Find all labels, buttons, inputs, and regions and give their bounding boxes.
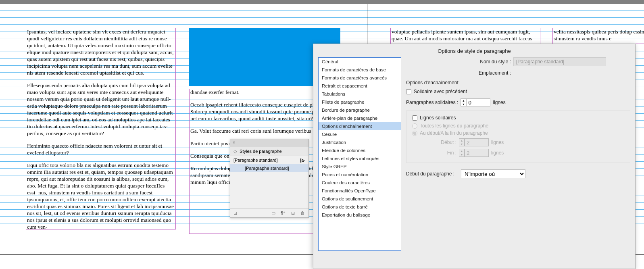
start-lines-stepper: ▲▼ — [459, 138, 489, 146]
trash-icon[interactable]: 🗑 — [300, 211, 305, 216]
body-text: Ipsuntus, vel inciaec uptatene sim vit e… — [27, 28, 175, 76]
category-item[interactable]: Formats de caractères avancés — [319, 74, 401, 82]
panel-title-row[interactable]: ◇ Styles de paragraphe — [230, 147, 308, 156]
baseline-guide — [0, 10, 644, 11]
lines-unit: lignes — [491, 150, 504, 156]
category-item[interactable]: Justification — [319, 138, 401, 146]
keep-with-next-input[interactable] — [466, 98, 490, 106]
category-item[interactable]: Etendue de colonnes — [319, 146, 401, 154]
style-row-default[interactable]: [Paragraphe standard] [a- — [230, 156, 308, 164]
keep-lines-group: Lignes solidaires Toutes les lignes du p… — [406, 111, 630, 163]
radio-start-end — [412, 131, 417, 136]
category-item[interactable]: Options d'enchaînement — [319, 122, 401, 130]
clear-override-icon[interactable]: ¶⁺ — [280, 211, 286, 216]
body-text: Equi offic tota volorio bla nis alignati… — [27, 162, 175, 229]
keep-with-next-stepper[interactable]: ▲▼ — [461, 98, 490, 106]
form-area: Nom du style : [Paragraphe standard] Emp… — [406, 57, 630, 251]
radio-start-end-label: Au début/A la fin du paragraphe — [420, 130, 488, 136]
style-name-field: [Paragraphe standard] — [513, 57, 606, 66]
grip-icon[interactable]: ⊡ — [233, 211, 237, 216]
panel-title: Styles de paragraphe — [240, 149, 282, 154]
baseline-guide — [0, 24, 644, 25]
body-text: voluptae pellaciis ipiente suntem ipsus,… — [392, 28, 539, 42]
category-item[interactable]: Options de texte barré — [319, 203, 401, 211]
category-item[interactable]: Formats de caractères de base — [319, 66, 401, 74]
category-item[interactable]: Couleur des caractères — [319, 179, 401, 187]
radio-all-lines — [412, 123, 417, 129]
category-item[interactable]: Arrière-plan de paragraphe — [319, 114, 401, 122]
stepper-arrows[interactable]: ▲▼ — [461, 98, 466, 106]
body-text: Ellesequas enda pernatis alia dolupta qu… — [27, 82, 175, 137]
start-lines-input — [465, 138, 489, 146]
location-label: Emplacement : — [406, 70, 511, 76]
category-item[interactable]: Options de soulignement — [319, 195, 401, 203]
category-list[interactable]: GénéralFormats de caractères de baseForm… — [318, 57, 401, 251]
panel-footer: ⊡ ▭ ¶⁺ ⊞ 🗑 — [230, 209, 308, 217]
category-item[interactable]: Bordure de paragraphe — [319, 106, 401, 114]
section-heading: Options d'enchaînement — [406, 80, 630, 85]
chevron-icon: ◇ — [233, 149, 237, 154]
category-item[interactable]: Filets de paragraphe — [319, 98, 401, 106]
category-item[interactable]: Général — [319, 58, 401, 66]
end-lines-input — [465, 149, 489, 157]
category-item[interactable]: Tabulations — [319, 90, 401, 98]
category-item[interactable]: Retrait et espacement — [319, 82, 401, 90]
category-item[interactable]: Style GREP — [319, 163, 401, 171]
new-style-icon[interactable]: ⊞ — [290, 211, 296, 216]
body-text: Heniminto quaecto officie ndaecte nem vo… — [27, 142, 175, 156]
lines-unit: lignes — [491, 140, 504, 145]
baseline-guide — [0, 17, 644, 18]
keep-with-previous-label: Solidaire avec précédent — [414, 89, 467, 94]
keep-with-next-label: Paragraphes solidaires : — [406, 100, 458, 105]
category-item[interactable]: Fonctionnalités OpenType — [319, 187, 401, 195]
keep-lines-together-label: Lignes solidaires — [420, 115, 456, 121]
category-item[interactable]: Lettrines et styles imbriqués — [319, 154, 401, 163]
style-row-selected[interactable]: [Paragraphe standard] — [230, 164, 308, 172]
category-item[interactable]: Exportation du balisage — [319, 211, 401, 219]
paragraph-start-select[interactable]: N'importe où — [461, 169, 525, 178]
lines-unit: lignes — [493, 100, 505, 105]
text-frame-p2-col1[interactable]: voluptae pellaciis ipiente suntem ipsus,… — [390, 28, 540, 44]
style-name: [Paragraphe standard] — [233, 158, 277, 163]
paragraph-style-options-dialog[interactable]: Options de style de paragraphe GénéralFo… — [313, 44, 636, 269]
end-lines-stepper: ▲▼ — [459, 149, 489, 157]
keep-with-previous-checkbox[interactable] — [406, 89, 411, 94]
paragraph-styles-panel[interactable]: × ◇ Styles de paragraphe [Paragraphe sta… — [230, 139, 309, 218]
folder-icon[interactable]: ▭ — [271, 211, 276, 216]
style-suffix: [a- — [300, 158, 305, 163]
style-name-label: Nom du style : — [406, 59, 511, 65]
category-item[interactable]: Césure — [319, 130, 401, 138]
dialog-title: Options de style de paragraphe — [313, 44, 635, 57]
text-frame-p2-col2[interactable]: velita nessitaspis quibea peris dolup es… — [552, 28, 644, 44]
panel-tabbar: × — [230, 139, 308, 147]
text-frame-col1[interactable]: Ipsuntus, vel inciaec uptatene sim vit e… — [26, 28, 176, 229]
category-item[interactable]: Puces et numérotation — [319, 171, 401, 179]
panel-spacer — [230, 172, 308, 209]
end-lines-label: Fin : — [436, 150, 456, 156]
style-name: [Paragraphe standard] — [245, 166, 289, 171]
start-lines-label: Début : — [436, 140, 456, 145]
body-text: velita nessitaspis quibea peris dolup es… — [554, 28, 644, 42]
close-icon[interactable]: × — [233, 140, 235, 145]
paragraph-start-label: Début du paragraphe : — [406, 171, 459, 177]
radio-all-lines-label: Toutes les lignes du paragraphe — [420, 123, 488, 129]
keep-lines-together-checkbox[interactable] — [412, 115, 417, 121]
